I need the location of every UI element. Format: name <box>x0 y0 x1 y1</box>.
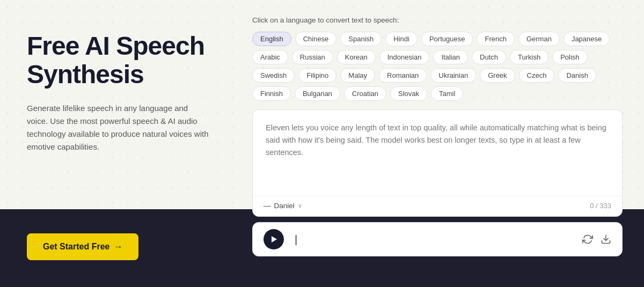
language-tag-indonesian[interactable]: Indonesian <box>379 50 430 64</box>
language-tags-container: EnglishChineseSpanishHindiPortugueseFren… <box>252 32 623 101</box>
language-tag-greek[interactable]: Greek <box>480 68 515 83</box>
cta-label: Get Started Free <box>43 242 109 252</box>
language-tag-finnish[interactable]: Finnish <box>252 86 291 101</box>
download-button[interactable] <box>601 234 611 245</box>
editor-footer: — Daniel ∨ 0 / 333 <box>253 196 622 216</box>
language-tag-hindi[interactable]: Hindi <box>385 32 418 46</box>
language-tag-russian[interactable]: Russian <box>292 50 333 64</box>
text-input[interactable] <box>253 110 622 196</box>
language-tag-german[interactable]: German <box>518 32 560 46</box>
language-tag-slovak[interactable]: Slovak <box>390 86 427 101</box>
language-tag-polish[interactable]: Polish <box>552 50 587 64</box>
cta-button-wrapper: Get Started Free → <box>27 233 138 260</box>
language-tag-swedish[interactable]: Swedish <box>252 68 295 83</box>
voice-name: Daniel <box>274 202 295 210</box>
language-tag-dutch[interactable]: Dutch <box>472 50 506 64</box>
language-tag-arabic[interactable]: Arabic <box>252 50 288 64</box>
language-tag-bulgarian[interactable]: Bulgarian <box>295 86 340 101</box>
language-tag-tamil[interactable]: Tamil <box>431 86 463 101</box>
chevron-down-icon: ∨ <box>298 202 302 209</box>
page-wrapper: Free AI Speech Synthesis Generate lifeli… <box>0 0 644 287</box>
language-tag-korean[interactable]: Korean <box>337 50 376 64</box>
language-tag-czech[interactable]: Czech <box>519 68 555 83</box>
language-tag-filipino[interactable]: Filipino <box>298 68 336 83</box>
hero-title: Free AI Speech Synthesis <box>27 32 209 89</box>
language-tag-croatian[interactable]: Croatian <box>344 86 386 101</box>
language-tag-chinese[interactable]: Chinese <box>295 32 337 46</box>
play-button[interactable] <box>264 229 284 249</box>
language-tag-japanese[interactable]: Japanese <box>564 32 610 46</box>
play-icon <box>272 236 277 242</box>
download-icon <box>601 234 611 245</box>
language-tag-turkish[interactable]: Turkish <box>510 50 548 64</box>
language-tag-english[interactable]: English <box>252 32 291 46</box>
player-icons <box>582 234 611 245</box>
language-tag-italian[interactable]: Italian <box>433 50 468 64</box>
hero-subtitle: Generate lifelike speech in any language… <box>27 102 209 153</box>
refresh-button[interactable] <box>582 234 593 245</box>
instruction-text: Click on a language to convert text to s… <box>252 16 623 24</box>
language-tag-portuguese[interactable]: Portuguese <box>421 32 473 46</box>
player-bar: | <box>252 222 623 256</box>
cursor-indicator: | <box>295 233 297 246</box>
voice-selector[interactable]: — Daniel ∨ <box>264 202 302 210</box>
language-tag-malay[interactable]: Malay <box>340 68 375 83</box>
language-tag-romanian[interactable]: Romanian <box>379 68 427 83</box>
language-tag-ukrainian[interactable]: Ukrainian <box>430 68 476 83</box>
get-started-button[interactable]: Get Started Free → <box>27 233 138 260</box>
refresh-icon <box>582 234 593 245</box>
language-tag-french[interactable]: French <box>477 32 514 46</box>
cta-arrow-icon: → <box>114 242 122 252</box>
char-count: 0 / 333 <box>590 202 611 210</box>
language-tag-danish[interactable]: Danish <box>558 68 596 83</box>
language-tag-spanish[interactable]: Spanish <box>340 32 382 46</box>
editor-box: — Daniel ∨ 0 / 333 <box>252 109 623 217</box>
right-panel: Click on a language to convert text to s… <box>236 0 644 287</box>
voice-dash: — <box>264 202 271 210</box>
